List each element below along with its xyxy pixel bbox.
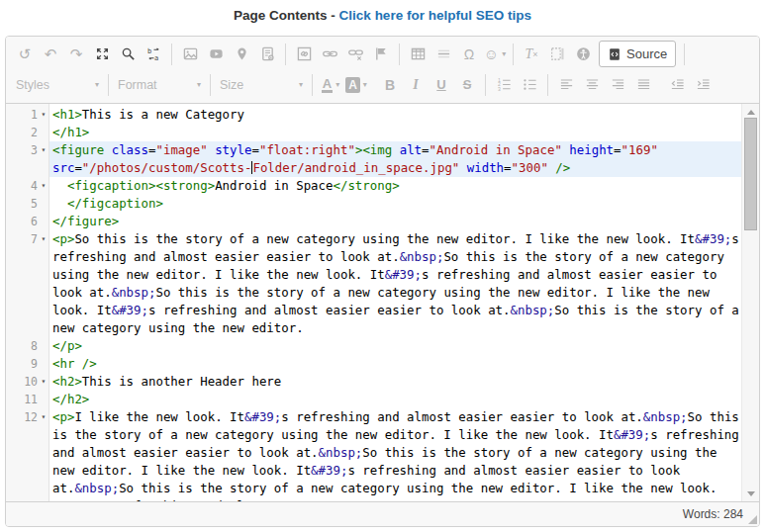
horizontal-rule-icon bbox=[436, 46, 451, 61]
fold-arrow-icon[interactable]: ▾ bbox=[38, 408, 49, 501]
text-color-button[interactable]: A▾ bbox=[319, 73, 342, 97]
smiley-button[interactable]: ☺▾ bbox=[483, 43, 507, 66]
bg-color-icon: A bbox=[345, 77, 360, 93]
code-line-text[interactable]: <p>So this is the story of a new categor… bbox=[49, 230, 742, 337]
source-button[interactable]: Source bbox=[599, 41, 676, 67]
line-number: 10 bbox=[24, 373, 38, 391]
line-number: 12 bbox=[24, 408, 38, 501]
align-left-icon bbox=[559, 77, 574, 92]
fold-arrow-icon[interactable]: ▾ bbox=[38, 177, 49, 195]
template-button[interactable] bbox=[255, 43, 279, 66]
code-line: 2</h1> bbox=[6, 124, 742, 141]
bold-button[interactable]: B bbox=[378, 73, 402, 97]
code-line-text[interactable]: <h1>This is a new Category bbox=[49, 106, 742, 124]
line-number: 2 bbox=[31, 124, 38, 141]
chevron-down-icon: ▾ bbox=[335, 80, 339, 89]
line-number: 1 bbox=[31, 106, 38, 124]
source-button-label: Source bbox=[626, 46, 667, 61]
seo-tips-link[interactable]: Click here for helpful SEO tips bbox=[339, 8, 531, 23]
code-line-text[interactable]: <h2>This is another Header here bbox=[49, 373, 742, 391]
line-number-cell: 3▾ bbox=[6, 141, 49, 177]
unlink-button[interactable] bbox=[343, 43, 367, 66]
source-code-area[interactable]: 1▾<h1>This is a new Category2</h1>3▾<fig… bbox=[6, 104, 742, 501]
line-number: 4 bbox=[31, 177, 38, 195]
scroll-down-icon bbox=[747, 491, 755, 496]
indent-button[interactable] bbox=[691, 73, 715, 97]
bg-color-button[interactable]: A▾ bbox=[344, 73, 368, 97]
maximize-icon bbox=[95, 46, 110, 61]
page-contents-header: Page Contents - Click here for helpful S… bbox=[0, 0, 765, 30]
table-button[interactable] bbox=[406, 43, 430, 66]
fold-spacer bbox=[38, 337, 49, 355]
code-line-text[interactable]: <p>I like the new look. It&#39;s refresh… bbox=[49, 408, 742, 501]
fold-arrow-icon[interactable]: ▾ bbox=[38, 373, 49, 391]
special-char-button[interactable]: Ω bbox=[457, 43, 481, 66]
iframe-button[interactable] bbox=[292, 43, 316, 66]
source-editor: 1▾<h1>This is a new Category2</h1>3▾<fig… bbox=[6, 104, 759, 501]
video-icon bbox=[209, 46, 224, 61]
line-number-cell: 4▾ bbox=[6, 177, 49, 195]
source-icon bbox=[608, 47, 622, 61]
fold-arrow-icon[interactable]: ▾ bbox=[38, 106, 49, 124]
format-dropdown[interactable]: Format▾ bbox=[114, 73, 205, 97]
scrollbar-thumb[interactable] bbox=[744, 118, 757, 230]
format-dropdown-label: Format bbox=[118, 78, 157, 92]
find-button[interactable] bbox=[116, 43, 140, 66]
justify-button[interactable] bbox=[631, 73, 655, 97]
align-left-button[interactable] bbox=[554, 73, 578, 97]
bullet-list-button[interactable] bbox=[518, 73, 541, 97]
code-line-text[interactable]: <figure class="image" style="float:right… bbox=[49, 141, 742, 177]
line-number: 9 bbox=[31, 355, 38, 373]
strike-button[interactable]: S bbox=[455, 73, 479, 97]
line-number: 6 bbox=[31, 213, 38, 230]
template-icon bbox=[260, 46, 275, 61]
code-line-text[interactable]: </h1> bbox=[49, 124, 742, 141]
replace-button[interactable]: ba bbox=[142, 43, 165, 66]
table-icon bbox=[411, 46, 426, 61]
image-button[interactable] bbox=[178, 43, 202, 66]
indent-icon bbox=[696, 77, 711, 92]
styles-dropdown[interactable]: Styles▾ bbox=[12, 73, 103, 97]
redo-button[interactable]: ↷ bbox=[64, 43, 88, 66]
outdent-button[interactable] bbox=[665, 73, 689, 97]
map-pin-button[interactable] bbox=[230, 43, 253, 66]
vertical-scrollbar[interactable] bbox=[741, 104, 759, 501]
code-line-text[interactable]: </h2> bbox=[49, 391, 742, 408]
toolbar-separator bbox=[513, 44, 514, 65]
line-number: 3 bbox=[31, 141, 38, 177]
video-button[interactable] bbox=[204, 43, 228, 66]
maximize-button[interactable] bbox=[90, 43, 114, 66]
code-line-text[interactable]: <figcaption><strong>Android in Space</st… bbox=[49, 177, 742, 195]
remove-format-button[interactable]: T× bbox=[520, 43, 543, 66]
code-line-text[interactable]: <hr /> bbox=[49, 355, 742, 373]
resize-grip[interactable] bbox=[748, 515, 757, 524]
scrollbar-down-button[interactable] bbox=[742, 488, 759, 499]
chevron-down-icon: ▾ bbox=[502, 49, 506, 58]
chevron-down-icon: ▾ bbox=[363, 80, 367, 89]
show-blocks-button[interactable] bbox=[545, 43, 569, 66]
code-line-text[interactable]: </figcaption> bbox=[49, 195, 742, 213]
fold-arrow-icon[interactable]: ▾ bbox=[38, 230, 49, 337]
underline-button[interactable]: U bbox=[430, 73, 453, 97]
link-button[interactable] bbox=[318, 43, 341, 66]
accessibility-button[interactable] bbox=[571, 43, 595, 66]
unlink-icon bbox=[348, 46, 363, 61]
italic-button[interactable]: I bbox=[404, 73, 428, 97]
align-center-button[interactable] bbox=[580, 73, 604, 97]
align-right-button[interactable] bbox=[606, 73, 629, 97]
undo-button[interactable]: ↶ bbox=[39, 43, 62, 66]
code-line-text[interactable]: </p> bbox=[49, 337, 742, 355]
fold-arrow-icon[interactable]: ▾ bbox=[38, 141, 49, 177]
code-line-text[interactable]: </figure> bbox=[49, 213, 742, 230]
line-number-cell: 11 bbox=[6, 391, 49, 408]
show-blocks-icon bbox=[550, 46, 565, 61]
refresh-button[interactable]: ↺ bbox=[13, 43, 37, 66]
code-line: 5 </figcaption> bbox=[6, 195, 742, 213]
horizontal-rule-button[interactable] bbox=[431, 43, 455, 66]
scrollbar-up-button[interactable] bbox=[742, 106, 759, 118]
anchor-button[interactable] bbox=[369, 43, 393, 66]
line-number: 7 bbox=[31, 230, 38, 337]
size-dropdown[interactable]: Size▾ bbox=[216, 73, 307, 97]
line-number-cell: 10▾ bbox=[6, 373, 49, 391]
ordered-list-button[interactable]: 123 bbox=[492, 73, 516, 97]
